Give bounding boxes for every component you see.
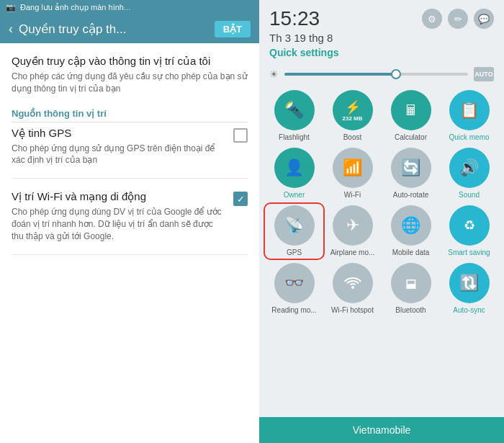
auto-brightness-btn[interactable]: AUTO — [474, 67, 494, 81]
readingmode-label: Reading mo... — [271, 306, 316, 315]
date-display: Th 3 19 thg 8 — [269, 32, 494, 44]
quick-settings-label: Quick settings — [269, 47, 494, 58]
status-bar: 📷 Đang lưu ảnh chụp màn hình... — [0, 0, 259, 15]
gps-checkbox[interactable] — [233, 128, 248, 143]
chat-icon-btn[interactable]: 💬 — [474, 9, 494, 29]
mobiledata-icon: 🌐 — [391, 205, 431, 246]
autorotate-icon: 🔄 — [391, 148, 431, 188]
quick-item-bluetooth[interactable]: ⬓ Bluetooth — [383, 263, 438, 315]
status-text: Đang lưu ảnh chụp màn hình... — [20, 3, 130, 12]
owner-label: Owner — [284, 191, 305, 200]
quick-item-smartsaving[interactable]: ♻ Smart saving — [441, 205, 497, 257]
flashlight-icon: 🔦 — [274, 90, 315, 130]
quick-grid-row4: 👓 Reading mo... Wi-Fi hotspot ⬓ Bluetoot… — [259, 260, 504, 318]
quick-item-quickmemo[interactable]: 📋 Quick memo — [441, 90, 497, 142]
quick-item-owner[interactable]: 👤 Owner — [266, 148, 322, 200]
right-panel: 15:23 ⚙ ✏ 💬 Th 3 19 thg 8 Quick settings… — [259, 0, 504, 443]
top-bar: ‹ Quyền truy cập th... BẬT — [0, 15, 259, 43]
quick-item-autorotate[interactable]: 🔄 Auto-rotate — [383, 148, 438, 200]
mobiledata-label: Mobile data — [392, 249, 430, 257]
location-access-section: Quyền truy cập vào thông tin vị trí của … — [12, 55, 248, 95]
quick-item-calculator[interactable]: 🖩 Calculator — [383, 90, 438, 142]
smartsaving-icon: ♻ — [449, 205, 490, 246]
sound-icon: 🔊 — [449, 148, 490, 188]
right-header: 15:23 ⚙ ✏ 💬 Th 3 19 thg 8 Quick settings — [259, 0, 504, 61]
quickmemo-icon: 📋 — [449, 90, 490, 130]
boost-icon: ⚡ 232 MB — [333, 90, 373, 130]
wifi-icon: 📶 — [333, 148, 373, 188]
quick-item-sound[interactable]: 🔊 Sound — [441, 148, 497, 200]
smartsaving-label: Smart saving — [448, 249, 490, 257]
wifi-location-checkbox[interactable] — [233, 192, 248, 206]
gps-desc: Cho phép ứng dụng sử dụng GPS trên điện … — [12, 143, 225, 167]
wifi-location-title: Vị trí Wi-Fi và mạng di động — [12, 190, 225, 203]
camera-icon: 📷 — [6, 3, 16, 12]
time-row: 15:23 ⚙ ✏ 💬 — [269, 7, 494, 30]
bluetooth-label: Bluetooth — [395, 306, 426, 315]
brightness-thumb — [391, 69, 401, 79]
quick-grid-row1: 🔦 Flashlight ⚡ 232 MB Boost 🖩 Calculator… — [259, 87, 504, 145]
time-display: 15:23 — [269, 7, 320, 30]
calculator-label: Calculator — [395, 133, 427, 142]
location-access-title: Quyền truy cập vào thông tin vị trí của … — [12, 55, 248, 68]
quick-item-autosync[interactable]: 🔃 Auto-sync — [441, 263, 497, 315]
quick-item-gps[interactable]: 📡 GPS — [266, 205, 322, 257]
readingmode-icon: 👓 — [274, 263, 315, 303]
gps-item: Vệ tinh GPS Cho phép ứng dụng sử dụng GP… — [12, 127, 248, 179]
airplane-label: Airplane mo... — [330, 249, 375, 257]
autosync-label: Auto-sync — [453, 306, 485, 315]
wifihotspot-icon — [333, 263, 373, 303]
quickmemo-label: Quick memo — [449, 133, 489, 142]
back-button[interactable]: ‹ — [9, 22, 13, 37]
quick-item-mobiledata[interactable]: 🌐 Mobile data — [383, 205, 438, 257]
location-access-desc: Cho phép các ứng dụng đã yêu cầu sự cho … — [12, 71, 248, 95]
brightness-slider[interactable] — [284, 73, 468, 76]
bottom-bar: Vietnamobile — [259, 417, 504, 443]
sound-label: Sound — [459, 191, 480, 200]
wifi-location-desc: Cho phép ứng dụng dùng DV vị trí của Goo… — [12, 206, 225, 242]
quick-item-flashlight[interactable]: 🔦 Flashlight — [266, 90, 322, 142]
edit-icon-btn[interactable]: ✏ — [448, 9, 468, 29]
quick-item-wifihotspot[interactable]: Wi-Fi hotspot — [325, 263, 380, 315]
settings-icon-btn[interactable]: ⚙ — [422, 9, 442, 29]
page-title: Quyền truy cập th... — [19, 22, 209, 37]
quick-grid-row2: 👤 Owner 📶 Wi-Fi 🔄 Auto-rotate 🔊 Sound — [259, 145, 504, 202]
quick-item-readingmode[interactable]: 👓 Reading mo... — [266, 263, 322, 315]
owner-icon: 👤 — [274, 148, 315, 188]
autorotate-label: Auto-rotate — [393, 191, 428, 200]
quick-grid-row3: 📡 GPS ✈ Airplane mo... 🌐 Mobile data ♻ S… — [259, 202, 504, 260]
autosync-icon: 🔃 — [449, 263, 490, 303]
wifi-label: Wi-Fi — [344, 191, 361, 200]
wifihotspot-label: Wi-Fi hotspot — [331, 306, 374, 315]
gps-icon: 📡 — [274, 205, 315, 246]
brightness-low-icon: ☀ — [269, 68, 279, 80]
quick-item-airplane[interactable]: ✈ Airplane mo... — [325, 205, 380, 257]
boost-label: Boost — [343, 133, 362, 142]
airplane-icon: ✈ — [333, 205, 373, 246]
brightness-row: ☀ AUTO — [259, 61, 504, 87]
carrier-name: Vietnamobile — [353, 424, 411, 436]
gps-title: Vệ tinh GPS — [12, 127, 225, 140]
gps-label: GPS — [287, 249, 302, 257]
calculator-icon: 🖩 — [391, 90, 431, 130]
bat-button[interactable]: BẬT — [215, 21, 251, 37]
left-content: Quyền truy cập vào thông tin vị trí của … — [0, 43, 259, 443]
quick-item-wifi[interactable]: 📶 Wi-Fi — [325, 148, 380, 200]
left-panel: 📷 Đang lưu ảnh chụp màn hình... ‹ Quyền … — [0, 0, 259, 443]
quick-item-boost[interactable]: ⚡ 232 MB Boost — [325, 90, 380, 142]
source-header: Nguồn thông tin vị trí — [12, 108, 248, 122]
bluetooth-icon: ⬓ — [391, 263, 431, 303]
wifi-location-item: Vị trí Wi-Fi và mạng di động Cho phép ứn… — [12, 190, 248, 254]
header-icons: ⚙ ✏ 💬 — [422, 9, 494, 29]
flashlight-label: Flashlight — [279, 133, 310, 142]
